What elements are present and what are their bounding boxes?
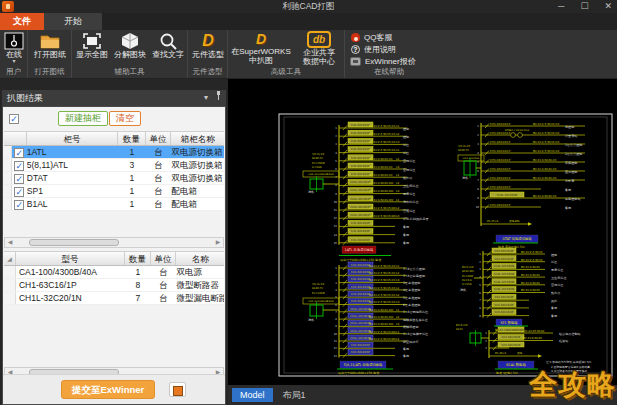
col-unit[interactable]: 单位 bbox=[146, 132, 172, 145]
zoom-extents-button[interactable]: 显示全图 bbox=[73, 32, 111, 59]
frame-icon bbox=[82, 32, 102, 50]
component-select-button[interactable]: D 元件选型 bbox=[190, 32, 226, 59]
scroll-right-icon[interactable]: ▶ bbox=[213, 238, 223, 247]
svg-text:L3: L3 bbox=[396, 165, 400, 169]
submit-exwinner-button[interactable]: 提交至ExWinner bbox=[61, 380, 155, 399]
result-panel-header[interactable]: 扒图结果 ▾ bbox=[2, 90, 226, 106]
cad-drawing[interactable]: 1CH1-63C16/1PBV-3×2.5-SC15-CCL1照明2CH1-63… bbox=[228, 79, 617, 385]
svg-text:L2: L2 bbox=[396, 293, 400, 297]
superworks-button[interactable]: D 在SuperWORKS 中扒图 bbox=[230, 31, 292, 65]
svg-text:CH1-63C16/1P: CH1-63C16/1P bbox=[351, 173, 370, 176]
table-cell: 台 bbox=[146, 198, 172, 210]
new-cabinet-button[interactable]: 新建抽柜 bbox=[58, 111, 108, 126]
cabinet-row[interactable]: ✓1ATL1台双电源切换箱 bbox=[4, 146, 224, 159]
svg-text:插座: 插座 bbox=[551, 260, 557, 264]
online-button[interactable]: 在线 ▾ bbox=[2, 32, 26, 64]
svg-text:YJV-4×25: YJV-4×25 bbox=[458, 145, 470, 148]
row-checkbox[interactable]: ✓ bbox=[12, 172, 27, 184]
svg-text:YJV-4×16: YJV-4×16 bbox=[312, 153, 324, 156]
tab-home[interactable]: 开始 bbox=[44, 13, 102, 30]
cabinet-row[interactable]: ✓5(8,11)ATL3台双电源切换箱 bbox=[4, 159, 224, 172]
chevron-down-icon: ▾ bbox=[12, 59, 15, 64]
tab-model[interactable]: Model bbox=[232, 388, 273, 402]
svg-text:BV-3×4-SC20-CC: BV-3×4-SC20-CC bbox=[369, 165, 393, 169]
svg-text:DTAT 双电源切换箱: DTAT 双电源切换箱 bbox=[502, 236, 532, 241]
zoom-extents-label: 显示全图 bbox=[76, 50, 108, 59]
row-checkbox[interactable]: ✓ bbox=[12, 185, 27, 197]
schematic-group-SP1[interactable]: 1CH1-63C16/1PBV-3×2.5-SC15照明2CH1-63C16/1… bbox=[460, 248, 566, 332]
svg-text:水泵房: 水泵房 bbox=[565, 179, 574, 183]
col-cabinet-code[interactable]: 柜号 bbox=[27, 132, 118, 145]
excel-export-icon[interactable] bbox=[169, 382, 186, 397]
row-checkbox[interactable]: ✓ bbox=[12, 159, 27, 171]
svg-text:备用: 备用 bbox=[565, 188, 571, 192]
col-name2[interactable]: 名称 bbox=[176, 252, 224, 265]
svg-text:11: 11 bbox=[334, 340, 338, 343]
close-button[interactable]: ✕ bbox=[604, 0, 612, 13]
minimize-button[interactable]: ─ bbox=[558, 0, 564, 13]
svg-text:12: 12 bbox=[334, 347, 338, 350]
svg-text:L2: L2 bbox=[396, 315, 400, 319]
explode-block-button[interactable]: 分解图块 bbox=[111, 32, 149, 59]
row-checkbox[interactable]: ✓ bbox=[12, 198, 27, 210]
col-model[interactable]: 型号 bbox=[16, 252, 125, 265]
svg-text:BV-3×4-SC20-WC: BV-3×4-SC20-WC bbox=[369, 322, 393, 326]
col-qty[interactable]: 数量 bbox=[118, 132, 146, 145]
cabinet-row[interactable]: ✓DTAT1台双电源切换箱 bbox=[4, 172, 224, 185]
component-row[interactable]: CH1-63C16/1P8台微型断路器 bbox=[4, 279, 224, 292]
cabinet-row[interactable]: ✓SP11台配电箱 bbox=[4, 185, 224, 198]
col-unit2[interactable]: 单位 bbox=[151, 252, 177, 265]
panel-collapse-icon[interactable]: ▾ bbox=[204, 90, 208, 106]
cabinet-row[interactable]: ✓B1AL1台配电箱 bbox=[4, 198, 224, 211]
window-title: 利驰CAD打图 bbox=[0, 0, 617, 13]
cad-canvas[interactable]: 1CH1-63C16/1PBV-3×2.5-SC15-CCL1照明2CH1-63… bbox=[228, 79, 617, 385]
schematic-group-1ATL[interactable]: 1CH1-63C16/1PBV-3×2.5-SC15-CCL1照明2CH1-63… bbox=[303, 122, 429, 262]
component-row[interactable]: CH1L-32C20/1N7台微型漏电断路器 bbox=[4, 292, 224, 305]
panel-pin-icon[interactable] bbox=[215, 90, 222, 106]
manual-button[interactable]: ? 使用说明 bbox=[351, 45, 396, 54]
exwinner-quote-button[interactable]: ExWinner报价 bbox=[350, 57, 416, 66]
row-checkbox[interactable]: ✓ bbox=[12, 146, 27, 158]
svg-text:8: 8 bbox=[335, 318, 337, 321]
table-cell: 台 bbox=[146, 159, 172, 171]
schematic-group-5(8,11)ATL[interactable]: 1CH1-63C16/1PBV-3×2.5-SC15-CCL13~6层公共照明2… bbox=[303, 262, 428, 375]
ribbon-group-advanced: D 在SuperWORKS 中扒图 db 企业共享 数据中心 高级工具 bbox=[228, 30, 345, 78]
table-cell: DTAT bbox=[27, 172, 118, 184]
ribbon-group-open: 打开图纸 打开图纸 bbox=[28, 30, 72, 78]
open-drawing-button[interactable]: 打开图纸 bbox=[31, 32, 69, 59]
component-row[interactable]: CA1-100/4300B/40A1台双电源 bbox=[4, 266, 224, 279]
svg-text:B1AL 配电箱: B1AL 配电箱 bbox=[506, 362, 526, 367]
tab-file[interactable]: 文件 bbox=[0, 13, 44, 30]
cabinet-table-hscrollbar[interactable]: ◀ ▶ bbox=[4, 237, 224, 248]
svg-text:箱体尺寸800×600×250 明装: 箱体尺寸800×600×250 明装 bbox=[340, 258, 381, 262]
table-cell: 台 bbox=[151, 266, 177, 278]
select-all-checkbox[interactable]: ✓ bbox=[9, 114, 19, 124]
table-cell: 台 bbox=[151, 292, 177, 304]
qq-service-button[interactable]: QQ客服 bbox=[351, 33, 392, 42]
clear-button[interactable]: 清空 bbox=[109, 111, 141, 126]
svg-text:备用: 备用 bbox=[403, 241, 409, 245]
svg-text:航空障碍灯: 航空障碍灯 bbox=[403, 340, 418, 344]
svg-text:CH1-63C16/1P: CH1-63C16/1P bbox=[351, 157, 370, 160]
svg-text:CH1-63C16/1P: CH1-63C16/1P bbox=[351, 230, 370, 233]
svg-text:CH1-63C16/1P: CH1-63C16/1P bbox=[351, 300, 370, 303]
svg-text:备用: 备用 bbox=[403, 225, 409, 229]
svg-text:CH1L-32C20/1N: CH1L-32C20/1N bbox=[350, 315, 371, 318]
svg-text:BV-3×4-SC20-CC: BV-3×4-SC20-CC bbox=[369, 157, 393, 161]
svg-text:SC32: SC32 bbox=[456, 328, 463, 331]
schematic-group-DTAT[interactable]: 1CH1-63C16/1PBV-3×2.5-SC15-CC总照明2CH1-63C… bbox=[458, 122, 585, 250]
enterprise-share-button[interactable]: db 企业共享 数据中心 bbox=[296, 31, 342, 66]
svg-text:3: 3 bbox=[477, 143, 479, 146]
svg-text:CH1-63C16/1P: CH1-63C16/1P bbox=[351, 293, 370, 296]
maximize-button[interactable]: ☐ bbox=[580, 0, 588, 13]
tab-layout1[interactable]: 布局1 bbox=[275, 387, 314, 404]
scroll-left-icon[interactable]: ◀ bbox=[5, 238, 15, 247]
svg-text:计量表箱: 计量表箱 bbox=[565, 134, 577, 138]
sort-icon[interactable]: ◢ bbox=[4, 252, 16, 265]
table-cell: 1 bbox=[118, 185, 146, 197]
col-qty2[interactable]: 数量 bbox=[125, 252, 151, 265]
svg-text:5层走道照明: 5层走道照明 bbox=[403, 296, 420, 300]
col-cabinet-name[interactable]: 箱柜名称 bbox=[171, 132, 224, 145]
find-text-button[interactable]: 查找文字 bbox=[149, 32, 187, 59]
cube-icon bbox=[120, 32, 140, 50]
